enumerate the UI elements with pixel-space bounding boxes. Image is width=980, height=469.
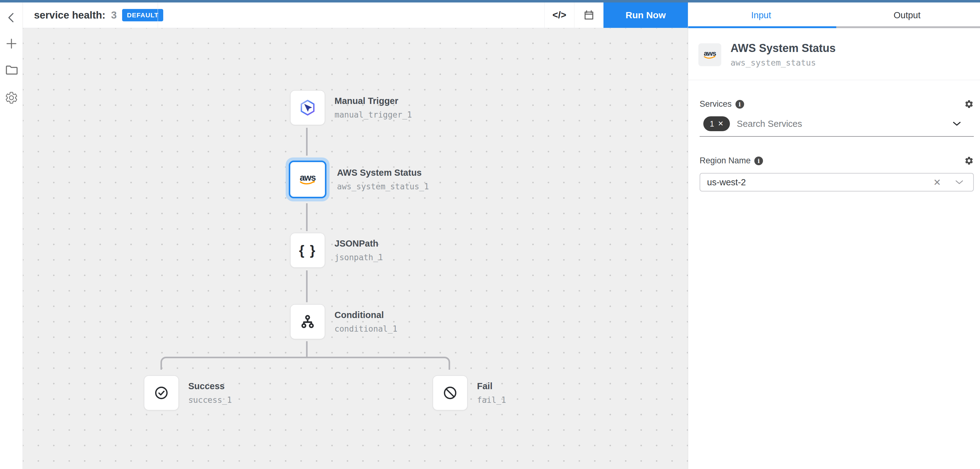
prohibited-icon — [441, 384, 459, 402]
region-select[interactable]: ✕ — [700, 173, 974, 191]
node-label-aws-system-status: AWS System Status aws_system_status_1 — [337, 158, 429, 201]
panel-node-title: AWS System Status — [730, 42, 836, 55]
node-fail[interactable] — [433, 375, 468, 410]
connector-jsonpath-to-conditional — [306, 270, 308, 302]
node-jsonpath[interactable]: { } — [290, 233, 325, 268]
calendar-icon — [583, 9, 595, 21]
title-input-divider — [158, 3, 158, 28]
check-circle-icon — [153, 384, 170, 402]
workflow-canvas[interactable]: Manual Trigger manual_trigger_1 AWS Syst… — [23, 28, 688, 469]
panel-node-titles: AWS System Status aws_system_status — [730, 42, 836, 67]
aws-logo-icon — [702, 49, 718, 60]
node-aws-system-status-box — [289, 161, 326, 198]
clear-icon[interactable]: ✕ — [933, 177, 941, 188]
panel-form: Services i 1 ✕ — [688, 99, 980, 191]
playbook-title-group: service health: 3 DEFAULT — [34, 3, 163, 28]
panel-node-id: aws_system_status — [730, 58, 836, 67]
node-title: Conditional — [334, 310, 398, 320]
curly-braces-icon: { } — [299, 242, 316, 258]
info-icon[interactable]: i — [754, 156, 763, 165]
tab-underline-track — [836, 26, 980, 28]
folder-icon — [4, 63, 19, 77]
selected-count-chip[interactable]: 1 ✕ — [703, 116, 730, 131]
manual-trigger-icon — [298, 98, 317, 117]
services-settings-button[interactable] — [964, 99, 974, 109]
chevron-down-icon[interactable] — [955, 180, 963, 185]
chip-count: 1 — [710, 120, 714, 128]
node-label-success: Success success_1 — [188, 375, 232, 410]
node-label-fail: Fail fail_1 — [477, 375, 506, 410]
aws-logo-badge — [698, 43, 721, 66]
node-title: Fail — [477, 381, 506, 391]
node-title: JSONPath — [334, 239, 383, 249]
aws-logo-icon — [297, 172, 318, 186]
active-tab-underline — [688, 26, 836, 28]
services-label: Services — [700, 99, 732, 109]
services-label-row: Services i — [700, 99, 974, 109]
branch-icon — [299, 313, 317, 331]
back-button[interactable] — [4, 11, 19, 25]
connector-aws-to-jsonpath — [306, 203, 308, 231]
region-settings-button[interactable] — [964, 156, 974, 166]
node-config-panel: Input Output AWS System Status aws_syste… — [688, 3, 980, 469]
services-multiselect[interactable]: 1 ✕ — [700, 116, 974, 137]
gear-icon — [964, 156, 974, 166]
node-conditional[interactable] — [290, 304, 325, 339]
node-label-conditional: Conditional conditional_1 — [334, 304, 398, 339]
schedule-button[interactable] — [574, 3, 603, 28]
info-icon[interactable]: i — [735, 100, 744, 108]
chip-remove-icon[interactable]: ✕ — [718, 120, 724, 128]
services-field: Services i 1 ✕ — [700, 99, 974, 137]
run-now-button[interactable]: Run Now — [603, 3, 688, 28]
gear-icon — [5, 91, 18, 105]
node-title: AWS System Status — [337, 168, 429, 178]
node-id: success_1 — [188, 396, 232, 405]
node-title: Success — [188, 381, 232, 391]
connector-conditional-stub — [306, 341, 308, 357]
search-services-input[interactable] — [737, 119, 953, 129]
playbook-title[interactable]: service health: — [34, 9, 105, 21]
panel-tabs: Input Output — [688, 3, 980, 28]
settings-button[interactable] — [4, 91, 19, 105]
playbook-run-count: 3 — [111, 9, 116, 21]
node-id: manual_trigger_1 — [334, 110, 412, 120]
plus-icon — [4, 37, 19, 51]
node-id: aws_system_status_1 — [337, 182, 429, 191]
panel-node-header: AWS System Status aws_system_status — [688, 28, 980, 80]
workflow-editor-app: service health: 3 DEFAULT </> Run Now — [0, 0, 980, 469]
code-icon: </> — [552, 10, 566, 21]
add-node-button[interactable] — [4, 37, 19, 51]
tab-input[interactable]: Input — [688, 3, 834, 28]
node-id: jsonpath_1 — [334, 253, 383, 262]
top-bar: service health: 3 DEFAULT </> Run Now — [23, 3, 688, 28]
view-code-button[interactable]: </> — [544, 3, 574, 28]
region-field: Region Name i ✕ — [700, 156, 974, 191]
node-id: conditional_1 — [334, 324, 398, 333]
tab-output[interactable]: Output — [834, 3, 980, 28]
gear-icon — [964, 99, 974, 109]
chevron-down-icon[interactable] — [953, 121, 961, 126]
node-manual-trigger[interactable] — [290, 90, 325, 125]
connector-trigger-to-aws — [306, 128, 308, 156]
left-toolbar — [0, 3, 23, 469]
node-aws-system-status-selected[interactable] — [286, 158, 329, 201]
node-id: fail_1 — [477, 396, 506, 405]
node-success[interactable] — [144, 375, 179, 410]
region-label-row: Region Name i — [700, 156, 974, 166]
node-title: Manual Trigger — [334, 96, 412, 106]
files-button[interactable] — [4, 63, 19, 77]
connector-branch-bracket — [161, 357, 450, 370]
chevron-left-icon — [5, 11, 18, 25]
top-accent-strip — [0, 0, 980, 3]
default-badge: DEFAULT — [122, 9, 163, 21]
region-value-input[interactable] — [707, 177, 933, 187]
node-label-jsonpath: JSONPath jsonpath_1 — [334, 233, 383, 268]
node-label-manual-trigger: Manual Trigger manual_trigger_1 — [334, 90, 412, 125]
region-label: Region Name — [700, 156, 751, 166]
